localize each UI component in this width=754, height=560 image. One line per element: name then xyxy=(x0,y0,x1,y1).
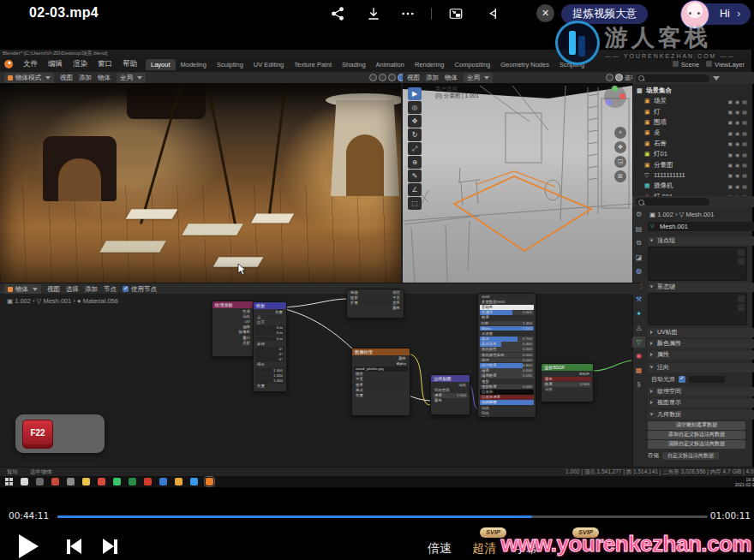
properties-tab-icon[interactable]: § xyxy=(632,378,645,390)
viewport-nav-button[interactable]: ⊞ xyxy=(614,170,626,182)
node-row[interactable]: Alpha1.000 xyxy=(480,326,534,331)
node-row[interactable]: 0° xyxy=(255,352,284,357)
outliner-item[interactable]: ▣ 石膏 xyxy=(632,139,751,149)
camera-toggle-icon[interactable] xyxy=(742,119,747,125)
section-geometry-data[interactable]: 几何数据 xyxy=(648,410,754,420)
node-row[interactable]: 基础色 xyxy=(480,305,534,310)
node-menu-item[interactable]: 节点 xyxy=(104,285,117,294)
properties-tab-icon[interactable]: ◪ xyxy=(632,252,645,263)
eye-toggle-icon[interactable] xyxy=(735,109,739,115)
workspace-tab[interactable]: Layout xyxy=(146,59,176,70)
node-row[interactable]: 0 m xyxy=(255,331,284,336)
checkbox-toggle-icon[interactable] xyxy=(727,162,733,168)
workspace-tab[interactable]: Modeling xyxy=(176,59,212,70)
scene-collection-row[interactable]: ▦ 场景集合 xyxy=(632,85,751,96)
properties-tab-icon[interactable]: ✦ xyxy=(632,308,645,319)
node-row[interactable]: 平直 xyxy=(354,377,408,382)
orientation-dropdown[interactable]: 全局 xyxy=(464,73,493,83)
eye-toggle-icon[interactable] xyxy=(735,152,739,158)
node-row[interactable]: 矢量 xyxy=(354,393,408,398)
taskbar-app-icon[interactable] xyxy=(206,478,213,486)
node-row[interactable]: 0° xyxy=(255,347,284,352)
blender-logo-icon[interactable] xyxy=(4,60,13,69)
listbox-buttons[interactable] xyxy=(738,249,745,265)
auto-smooth-checkbox[interactable] xyxy=(679,376,685,383)
checkbox-toggle-icon[interactable] xyxy=(727,183,733,189)
tool-button[interactable]: ∠ xyxy=(408,183,422,196)
taskbar-app-icon[interactable] xyxy=(82,478,90,486)
node-row[interactable]: BSDF xyxy=(543,372,591,377)
node-row[interactable]: 单次 xyxy=(354,388,408,393)
node-output[interactable]: 法向 xyxy=(214,314,252,319)
properties-tab-icon[interactable]: ⚒ xyxy=(632,294,645,305)
node-row[interactable]: 扩展重复 xyxy=(349,301,402,306)
properties-tab-icon[interactable]: ▤ xyxy=(632,223,645,235)
properties-tab-icon[interactable]: ⧉ xyxy=(632,237,645,248)
taskbar-app-icon[interactable] xyxy=(190,478,198,486)
node-row[interactable]: 矢量 xyxy=(255,310,284,315)
node-row[interactable]: 光泽糙度0.800 xyxy=(480,363,534,368)
taskbar-app-icon[interactable] xyxy=(98,478,105,486)
taskbar-app-icon[interactable] xyxy=(67,478,75,486)
properties-tab-icon[interactable]: ◬ xyxy=(632,322,645,333)
outliner-item[interactable]: ▣ 灯 xyxy=(632,106,751,116)
viewport-menu-item[interactable]: 物体 xyxy=(445,74,458,82)
eye-toggle-icon[interactable] xyxy=(735,119,739,125)
node-output[interactable]: 物体 xyxy=(214,325,252,330)
section-texture-space[interactable]: 纹理空间 xyxy=(648,387,754,396)
node-row[interactable]: 位置 xyxy=(255,320,284,325)
texture-coordinate-node[interactable]: 纹理坐标 生成法向UV物体摄像机窗口反射 xyxy=(212,301,254,357)
node-row[interactable]: 清漆糙度0.030 xyxy=(480,373,534,378)
menu-item[interactable]: 渲染 xyxy=(68,59,93,69)
workspace-tab[interactable]: Sculpting xyxy=(212,59,248,70)
shader-type-dropdown[interactable]: 物体 xyxy=(4,284,41,295)
workspace-tab[interactable]: Compositing xyxy=(450,59,496,70)
viewport-menu-item[interactable]: 添加 xyxy=(79,74,92,82)
node-row[interactable]: 矢量 xyxy=(255,384,284,389)
tool-button[interactable]: ◎ xyxy=(408,101,422,114)
node-row[interactable]: 投射平直 xyxy=(349,295,402,301)
node-row[interactable]: 切向 xyxy=(480,411,534,416)
properties-tab-icon[interactable]: ▽ xyxy=(632,337,645,348)
next-video-button[interactable] xyxy=(103,539,117,554)
workspace-tab[interactable]: Texture Paint xyxy=(289,59,337,70)
node-row[interactable]: 1.000 xyxy=(255,378,284,384)
playback-speed-button[interactable]: 倍速 xyxy=(428,541,452,557)
properties-tab-icon[interactable]: ◍ xyxy=(632,265,645,277)
share-icon[interactable] xyxy=(329,6,346,21)
more-icon[interactable] xyxy=(399,6,416,21)
viewport-nav-button[interactable]: + xyxy=(614,127,626,139)
node-row[interactable]: 透射糙度0.000 xyxy=(480,384,534,390)
node-row[interactable]: 各向异性旋转0.000 xyxy=(480,353,534,358)
tool-button[interactable]: ✎ xyxy=(408,170,422,182)
eye-toggle-icon[interactable] xyxy=(735,98,739,104)
eye-toggle-icon[interactable] xyxy=(735,140,739,146)
tool-button[interactable]: ⊕ xyxy=(408,156,422,169)
viewport-menu-item[interactable]: 物体 xyxy=(98,74,111,82)
outliner-item[interactable]: ▣ 场景 xyxy=(632,96,751,106)
checkbox-toggle-icon[interactable] xyxy=(727,152,733,158)
node-row[interactable]: 点 xyxy=(255,315,284,320)
image-texture-node[interactable]: 图像纹理 颜色Alphawood_planks.jpg线性平直重复单次矢量 xyxy=(351,348,410,416)
camera-toggle-icon[interactable] xyxy=(742,152,747,158)
node-menu-item[interactable]: 选择 xyxy=(66,285,79,294)
danmaku-flag-icon[interactable] xyxy=(485,6,502,21)
node-row[interactable]: wood_planks.jpg xyxy=(354,366,408,372)
node-row[interactable]: 1.000 xyxy=(255,368,284,373)
node-row[interactable]: 插值线性 xyxy=(349,290,402,295)
node-output[interactable]: 摄像机 xyxy=(214,330,252,335)
node-row[interactable]: 各向异性0.000 xyxy=(480,347,534,352)
node-row[interactable]: 0 m xyxy=(255,337,284,342)
outliner-item[interactable]: ▣ 灯01 xyxy=(632,149,751,159)
outliner-item[interactable]: ▣ 分量图 xyxy=(632,159,751,170)
node-row[interactable]: IOR1.450 xyxy=(480,321,534,326)
tool-button[interactable]: ⬚ xyxy=(408,197,422,210)
mesh-name-field[interactable]: Mesh.001 xyxy=(648,222,754,231)
section-color-attributes[interactable]: 颜色属性 xyxy=(648,339,754,349)
taskbar-app-icon[interactable] xyxy=(159,478,167,486)
auto-smooth-angle-field[interactable] xyxy=(689,376,725,383)
viewport-nav-button[interactable]: ◲ xyxy=(614,156,626,168)
outliner-item[interactable]: ▣ 桌 xyxy=(632,128,751,138)
node-row[interactable]: 法向 xyxy=(543,387,591,392)
camera-toggle-icon[interactable] xyxy=(742,172,747,178)
